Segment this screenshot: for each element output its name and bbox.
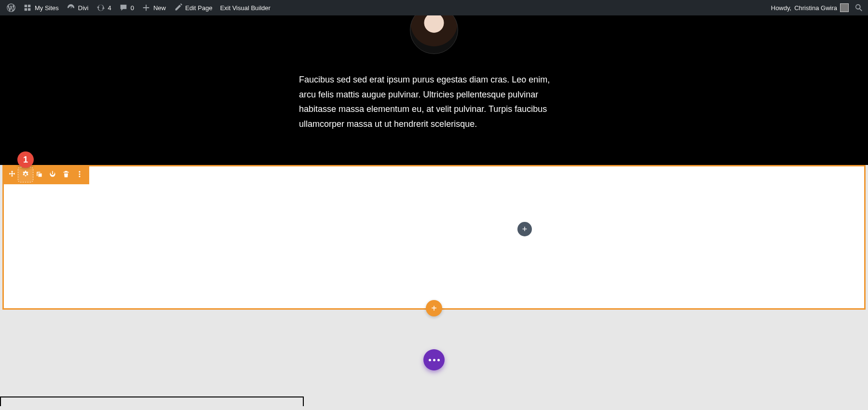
search-icon [854,3,863,12]
user-avatar-icon [840,3,849,12]
site-name-label: Divi [78,4,89,12]
section-toolbar [2,165,89,184]
comments-menu[interactable]: 0 [115,0,138,15]
page-canvas: Faucibus sed sed erat ipsum purus egesta… [0,15,868,406]
duplicate-icon [35,170,43,179]
my-account-menu[interactable]: Howdy, Christina Gwira [767,0,853,15]
move-icon [8,170,16,179]
new-content-menu[interactable]: New [138,0,170,15]
builder-section[interactable]: + + [2,165,866,310]
pencil-icon [174,3,182,12]
admin-bar-left: My Sites Divi 4 0 New [3,0,274,15]
my-sites-menu[interactable]: My Sites [19,0,63,15]
section-settings-button[interactable] [19,168,32,181]
wp-admin-bar: My Sites Divi 4 0 New [0,0,868,15]
plus-icon: + [522,224,528,234]
add-module-button[interactable]: + [517,222,532,236]
add-section-button[interactable]: + [426,300,442,316]
update-icon [96,3,105,12]
ellipsis-icon [429,359,440,361]
site-name-menu[interactable]: Divi [63,0,93,15]
section-more-button[interactable] [73,168,86,181]
new-label: New [153,4,166,12]
comments-count: 0 [131,4,134,12]
partial-outline-box [0,396,304,406]
wp-logo-menu[interactable] [3,0,19,15]
kebab-icon [76,170,83,179]
section-delete-button[interactable] [59,168,73,181]
edit-page-link[interactable]: Edit Page [170,0,216,15]
exit-visual-builder-link[interactable]: Exit Visual Builder [216,0,274,15]
exit-vb-label: Exit Visual Builder [220,4,271,12]
admin-bar-search[interactable] [853,0,865,15]
testimonial-body: Faucibus sed sed erat ipsum purus egesta… [299,72,569,131]
testimonial-section: Faucibus sed sed erat ipsum purus egesta… [0,15,868,165]
svg-point-0 [79,171,80,172]
updates-count: 4 [108,4,111,12]
plus-icon: + [431,303,437,314]
svg-point-1 [79,173,80,175]
annotation-number: 1 [23,155,28,165]
howdy-username: Christina Gwira [794,4,837,12]
section-save-button[interactable] [46,168,59,181]
builder-section-wrap: 1 [0,165,868,310]
svg-point-2 [79,176,80,177]
gear-icon [22,170,29,179]
power-icon [49,170,56,179]
my-sites-label: My Sites [35,4,59,12]
section-move-handle[interactable] [5,168,19,181]
howdy-prefix: Howdy, [771,4,791,12]
admin-bar-right: Howdy, Christina Gwira [767,0,865,15]
lower-section [0,310,868,406]
updates-menu[interactable]: 4 [93,0,115,15]
dashboard-icon [67,3,75,12]
trash-icon [62,170,70,179]
plus-icon [142,3,150,12]
multisite-icon [23,3,32,12]
builder-fab-button[interactable] [423,349,445,370]
section-duplicate-button[interactable] [32,168,46,181]
comments-icon [119,3,128,12]
edit-page-label: Edit Page [185,4,212,12]
wordpress-logo-icon [7,3,15,12]
